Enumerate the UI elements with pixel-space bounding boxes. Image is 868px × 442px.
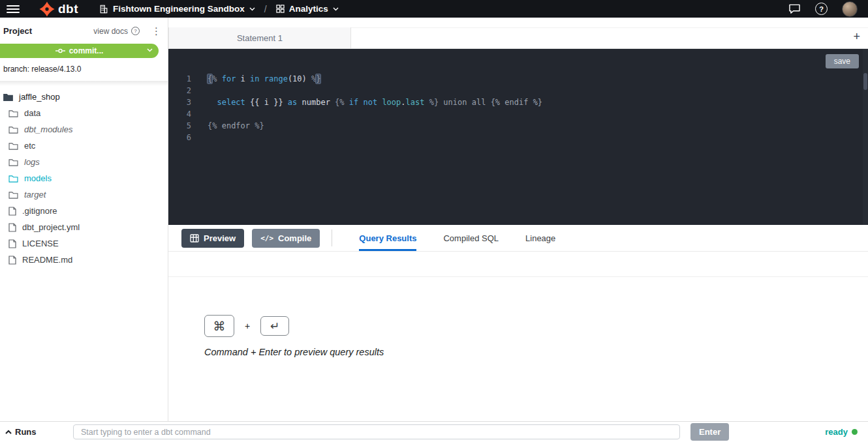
tree-item-license[interactable]: LICENSE (0, 235, 168, 252)
tree-item-models[interactable]: models (0, 170, 168, 186)
preview-button[interactable]: Preview (181, 229, 244, 248)
code-token: {{ i }} (245, 98, 288, 107)
main-area: Statement 1 + save 123456 {% for i in ra… (168, 18, 868, 421)
code-token: union all (443, 98, 486, 107)
chat-icon[interactable] (788, 3, 801, 14)
org-switcher[interactable]: Fishtown Engineering Sandbox (99, 4, 255, 14)
code-token: {% (208, 121, 222, 130)
tree-item-dbt-project-yml[interactable]: dbt_project.yml (0, 219, 168, 235)
line-number: 5 (168, 120, 191, 132)
code-token: select (217, 98, 245, 107)
kebab-menu-icon[interactable]: ⋮ (151, 26, 161, 36)
code-line (208, 108, 542, 120)
tree-item-etc[interactable]: etc (0, 138, 168, 154)
commit-button[interactable]: commit... (0, 44, 159, 58)
tree-item-readme[interactable]: README.md (0, 252, 168, 268)
tab-query-results[interactable]: Query Results (359, 225, 416, 251)
code-line: {% for i in range(10) %} (208, 73, 542, 85)
code-token: {% endif %} (491, 98, 542, 107)
code-token: last (406, 98, 425, 107)
tab-lineage[interactable]: Lineage (525, 225, 555, 251)
tree-item-gitignore[interactable]: .gitignore (0, 203, 168, 219)
tree-item-data[interactable]: data (0, 105, 168, 121)
folder-icon (8, 191, 18, 199)
editor-scrollbar-thumb[interactable] (863, 73, 867, 90)
tab-compiled-sql[interactable]: Compiled SQL (443, 225, 499, 251)
code-line: select {{ i }} as number {% if not loop.… (208, 96, 542, 108)
code-token: %} (424, 98, 439, 107)
project-switcher[interactable]: Analytics (276, 4, 339, 14)
folder-open-icon (3, 93, 13, 101)
tab-statement-1[interactable]: Statement 1 (168, 27, 351, 48)
git-commit-icon (55, 48, 65, 54)
shortcut-hint-text: Command + Enter to preview query results (204, 347, 868, 357)
dbt-wordmark: dbt (58, 3, 78, 15)
code-token: range (264, 74, 288, 83)
command-bar: Runs Enter ready (0, 421, 868, 442)
code-token: as (288, 98, 297, 107)
folder-icon (8, 126, 18, 134)
project-name: Analytics (289, 4, 328, 14)
file-icon (8, 256, 16, 265)
file-icon (8, 239, 16, 248)
enter-keycap-icon: ↵ (260, 316, 289, 336)
folder-icon (8, 175, 18, 183)
code-line (208, 132, 542, 143)
breadcrumb-separator: / (264, 4, 267, 14)
enter-button[interactable]: Enter (690, 423, 729, 441)
code-token (486, 98, 490, 107)
code-token: number (297, 98, 335, 107)
line-number: 6 (168, 132, 191, 143)
save-button[interactable]: save (826, 54, 859, 68)
code-token (260, 74, 264, 83)
branch-label: branch: release/4.13.0 (3, 65, 168, 74)
code-brackets-icon: </> (260, 234, 273, 243)
code-token: % (307, 74, 316, 83)
code-editor[interactable]: save 123456 {% for i in range(10) %} sel… (168, 49, 868, 225)
code-token: 10 (292, 74, 302, 83)
chevron-down-icon (333, 7, 339, 11)
chevron-up-icon (5, 430, 12, 434)
file-tree: jaffle_shop data dbt_modules etc logs (0, 89, 168, 268)
menu-icon[interactable] (7, 3, 20, 15)
code-token: . (401, 98, 405, 107)
commit-dropdown-chevron-icon[interactable] (147, 48, 153, 52)
compile-button[interactable]: </> Compile (252, 229, 320, 248)
editor-gutter: 123456 (168, 73, 191, 225)
file-icon (8, 223, 16, 232)
file-explorer-sidebar: Project view docs ? ⋮ commit... branch: … (0, 18, 168, 421)
status-text: ready (825, 427, 848, 437)
tree-item-target[interactable]: target (0, 186, 168, 203)
line-number: 2 (168, 85, 191, 96)
line-number: 3 (168, 96, 191, 108)
tree-item-jaffle-shop[interactable]: jaffle_shop (0, 89, 168, 105)
code-line: {% endfor %} (208, 120, 542, 132)
code-token: endfor (222, 121, 250, 130)
dbt-logo[interactable]: dbt (39, 1, 78, 17)
divider (332, 229, 332, 246)
tree-item-dbt-modules[interactable]: dbt_modules (0, 121, 168, 138)
code-token: for (222, 74, 236, 83)
code-token: } (316, 74, 320, 83)
avatar[interactable] (842, 1, 858, 17)
results-subheader (168, 252, 868, 277)
sidebar-title: Project (3, 26, 32, 36)
chevron-down-icon (249, 7, 255, 11)
code-token (208, 98, 217, 107)
building-icon (99, 5, 108, 14)
view-docs-link[interactable]: view docs ? (93, 27, 140, 36)
help-icon[interactable]: ? (815, 3, 828, 15)
dbt-logo-icon (39, 1, 55, 17)
results-toolbar: Preview </> Compile Query Results Compil… (168, 225, 868, 252)
file-icon (8, 207, 16, 216)
results-content: ⌘ + ↵ Command + Enter to preview query r… (168, 277, 868, 421)
code-token: loop (382, 98, 401, 107)
new-tab-button[interactable]: + (853, 31, 860, 42)
dbt-command-input[interactable] (73, 424, 680, 439)
tree-item-logs[interactable]: logs (0, 154, 168, 170)
folder-icon (8, 110, 18, 117)
editor-scrollbar-track[interactable] (863, 49, 868, 225)
plus-separator: + (245, 321, 250, 331)
org-name: Fishtown Engineering Sandbox (113, 4, 245, 14)
runs-toggle[interactable]: Runs (5, 427, 37, 437)
